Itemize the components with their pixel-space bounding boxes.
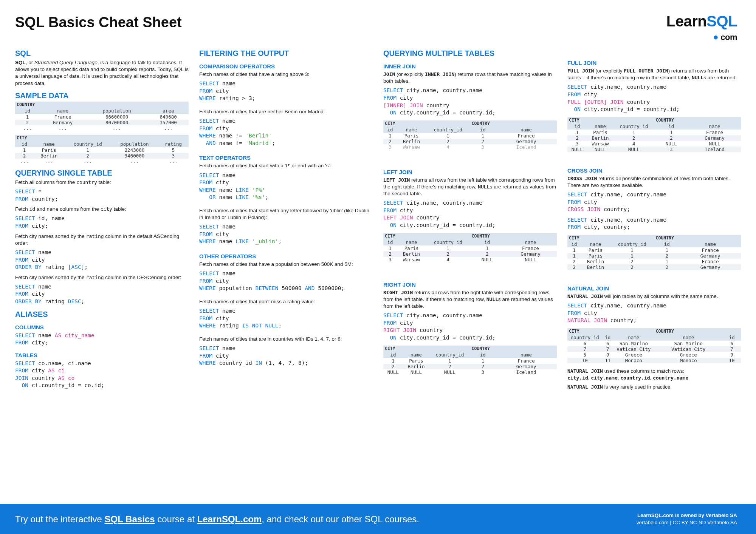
h-aliases: ALIASES [15,310,189,319]
logo: LearnSQL ●com [666,14,737,42]
table-nat: CITY country_ididname 66San Marino 77Vat… [567,327,741,367]
p-cmp-2: Fetch names of cities that are neither B… [199,108,373,115]
code-inner: SELECT city.name, country.name FROM city… [383,87,557,116]
h-left: LEFT JOIN [383,169,557,175]
h-filter: FILTERING THE OUTPUT [199,49,373,58]
h-oth: OTHER OPERATORS [199,253,373,259]
h-alias-cols: COLUMNS [15,324,189,330]
p-single-4: Fetch city names sorted by the rating co… [15,274,189,281]
h-full: FULL JOIN [567,60,741,66]
table-country: COUNTRY idnamepopulationarea 1France6660… [15,102,189,131]
code-single-1: SELECT * FROM country; [15,188,189,203]
footer: Try out the interactive SQL Basics cours… [0,504,756,534]
p-txt-1: Fetch names of cities that start with a … [199,162,373,169]
h-right: RIGHT JOIN [383,281,557,288]
h-alias-tbls: TABLES [15,352,189,358]
h-cmp: COMPARISON OPERATORS [199,63,373,69]
col-4: FULL JOIN FULL JOIN (or explicitly FULL … [567,45,741,501]
h-single: QUERYING SINGLE TABLE [15,169,189,177]
table-left: CITY idnamecountry_id 1Paris1 2Berlin2 3… [383,232,557,266]
footer-right: LearnSQL.com is owned by Vertabelo SA ve… [637,512,737,526]
code-single-3: SELECT name FROM city ORDER BY rating [A… [15,249,189,271]
h-nat: NATURAL JOIN [567,285,741,292]
p-oth-1: Fetch names of cities that have a popula… [199,261,373,268]
h-multi: QUERYING MULTIPLE TABLES [383,49,557,58]
footer-left: Try out the interactive SQL Basics cours… [15,514,419,525]
p-single-2: Fetch id and name columns from the city … [15,206,189,213]
p-cmp-1: Fetch names of cities that have a rating… [199,71,373,78]
p-right: RIGHT JOIN returns all rows from the rig… [383,289,557,310]
col-2: FILTERING THE OUTPUT COMPARISON OPERATOR… [199,45,373,501]
code-single-4: SELECT name FROM city ORDER BY rating DE… [15,283,189,306]
h-txt: TEXT OPERATORS [199,154,373,161]
code-cmp-1: SELECT name FROM city WHERE rating > 3; [199,80,373,102]
p-nat-3: NATURAL JOIN is very rarely used in prac… [567,384,741,390]
h-sql: SQL [15,49,189,58]
code-cmp-2: SELECT name FROM city WHERE name != 'Ber… [199,117,373,147]
code-oth-3: SELECT name FROM city WHERE country_id I… [199,345,373,367]
code-right: SELECT city.name, country.name FROM city… [383,312,557,341]
code-cross-2: SELECT city.name, country.name FROM city… [567,216,741,231]
p-cross: CROSS JOIN returns all possible combinat… [567,175,741,189]
p-nat-2: NATURAL JOIN used these columns to match… [567,368,741,381]
code-left: SELECT city.name, country.name FROM city… [383,199,557,229]
code-nat: SELECT city.name, country.name FROM city… [567,302,741,324]
col-1: SQL SQL, or Structured Query Language, i… [15,45,189,501]
p-single-1: Fetch all columns from the country table… [15,179,189,186]
table-inner: CITY idnamecountry_id 1Paris1 2Berlin2 3… [383,120,557,154]
p-txt-2: Fetch names of cities that start with an… [199,207,373,221]
p-full: FULL JOIN (or explicitly FULL OUTER JOIN… [567,68,741,81]
code-oth-1: SELECT name FROM city WHERE population B… [199,270,373,292]
code-full: SELECT city.name, country.name FROM city… [567,83,741,113]
h-cross: CROSS JOIN [567,167,741,174]
p-single-3: Fetch city names sorted by the rating co… [15,233,189,247]
p-oth-3: Fetch names of cities that are in countr… [199,336,373,343]
p-sql: SQL, or Structured Query Language, is a … [15,59,189,87]
p-oth-2: Fetch names of cities that don't miss a … [199,298,373,305]
code-alias-cols: SELECT name AS city_name FROM city; [15,332,189,347]
p-left: LEFT JOIN returns all rows from the left… [383,177,557,198]
code-single-2: SELECT id, name FROM city; [15,215,189,230]
code-oth-2: SELECT name FROM city WHERE rating IS NO… [199,307,373,330]
page-title: SQL Basics Cheat Sheet [15,14,182,31]
p-nat: NATURAL JOIN will join tables by all col… [567,293,741,300]
code-cross-1: SELECT city.name, country.name FROM city… [567,191,741,213]
code-txt-1: SELECT name FROM city WHERE name LIKE 'P… [199,172,373,201]
table-full: CITY idnamecountry_id 1Paris1 2Berlin2 3… [567,116,741,156]
p-inner: JOIN (or explicitly INNER JOIN) returns … [383,71,557,85]
h-inner: INNER JOIN [383,63,557,69]
h-sample: SAMPLE DATA [15,91,189,100]
table-city: CITY idnamecountry_idpopulationrating 1P… [15,135,189,164]
table-right: CITY idnamecountry_id 1Paris1 2Berlin2 N… [383,345,557,379]
col-3: QUERYING MULTIPLE TABLES INNER JOIN JOIN… [383,45,557,501]
code-alias-tbls: SELECT co.name, ci.name FROM city AS ci … [15,360,189,389]
table-cross: CITY idnamecountry_id 1Paris1 1Paris1 2B… [567,234,741,274]
code-txt-2: SELECT name FROM city WHERE name LIKE '_… [199,223,373,245]
